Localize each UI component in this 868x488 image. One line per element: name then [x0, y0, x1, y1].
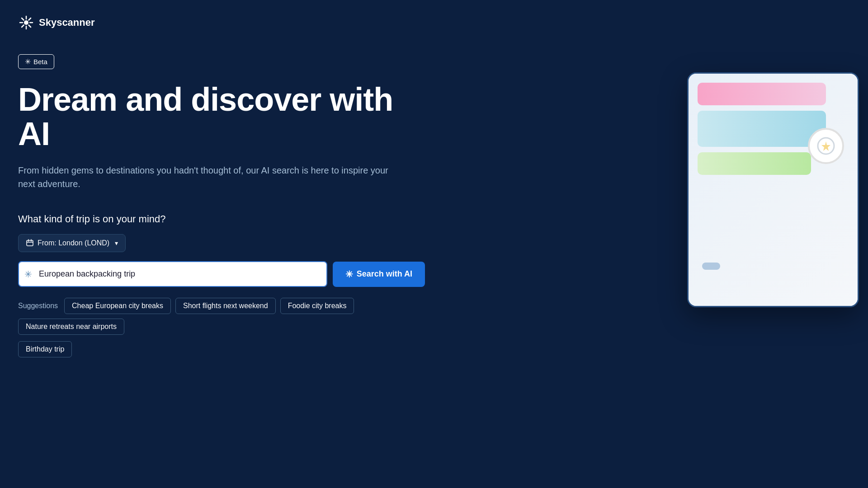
beta-badge: ✳ Beta — [18, 54, 54, 69]
from-location-label: From: London (LOND) — [38, 239, 109, 247]
device-card-2 — [698, 111, 826, 147]
beta-label: Beta — [33, 58, 47, 66]
suggestion-chip-foodie-city[interactable]: Foodie city breaks — [280, 298, 354, 314]
search-button-label: Search with AI — [357, 269, 412, 279]
svg-line-6 — [29, 18, 31, 20]
suggestion-chip-birthday-trip[interactable]: Birthday trip — [18, 341, 72, 357]
device-circle-icon — [817, 137, 835, 155]
chevron-down-icon: ▾ — [115, 239, 118, 247]
device-dot — [702, 263, 720, 270]
suggestion-chip-cheap-european[interactable]: Cheap European city breaks — [64, 298, 171, 314]
decorative-device — [687, 72, 868, 325]
device-frame — [687, 72, 859, 307]
location-icon — [26, 239, 34, 247]
device-circle — [808, 128, 844, 164]
suggestions-label: Suggestions — [18, 302, 58, 310]
suggestions-row-2: Birthday trip — [18, 341, 425, 357]
trip-question: What kind of trip is on your mind? — [18, 213, 425, 225]
device-card-1 — [698, 83, 826, 105]
suggestions-row-1: Suggestions Cheap European city breaks S… — [18, 298, 425, 335]
button-star-icon: ✳ — [345, 269, 353, 280]
logo[interactable]: Skyscanner — [18, 14, 95, 31]
search-input-wrapper: ✳ — [18, 261, 327, 287]
suggestion-chip-nature-retreats[interactable]: Nature retreats near airports — [18, 319, 124, 335]
device-card-3 — [698, 152, 811, 175]
main-content: ✳ Beta Dream and discover with AI From h… — [18, 54, 425, 357]
page-headline: Dream and discover with AI — [18, 83, 425, 151]
svg-line-7 — [22, 25, 24, 28]
search-input[interactable] — [18, 261, 327, 287]
svg-rect-9 — [27, 240, 33, 246]
suggestion-chip-short-flights[interactable]: Short flights next weekend — [175, 298, 276, 314]
search-ai-icon: ✳ — [24, 269, 32, 280]
beta-star-icon: ✳ — [25, 57, 31, 66]
search-with-ai-button[interactable]: ✳ Search with AI — [333, 262, 425, 287]
search-row: ✳ ✳ Search with AI — [18, 261, 425, 287]
svg-point-8 — [24, 20, 28, 25]
logo-text: Skyscanner — [39, 17, 95, 28]
svg-line-5 — [29, 25, 31, 28]
from-location-dropdown[interactable]: From: London (LOND) ▾ — [18, 234, 126, 252]
site-header: Skyscanner — [18, 14, 95, 31]
page-subtitle: From hidden gems to destinations you had… — [18, 164, 407, 191]
device-screen — [689, 74, 858, 306]
skyscanner-logo-icon — [18, 14, 34, 31]
svg-line-4 — [22, 18, 24, 20]
